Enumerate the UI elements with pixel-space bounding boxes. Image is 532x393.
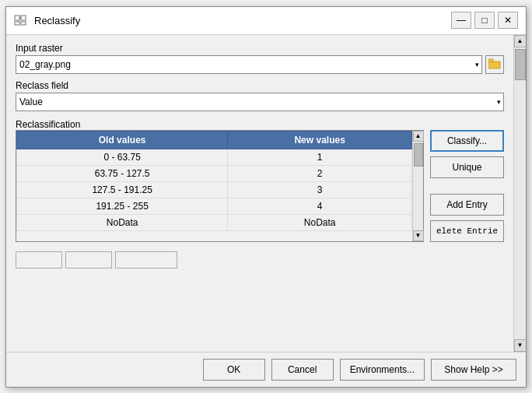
table-wrapper: Old values New values 0 - 63.75163.75 - …: [16, 130, 424, 242]
col-old-values: Old values: [17, 131, 228, 149]
old-value-cell[interactable]: NoData: [17, 214, 228, 230]
reclassify-icon: [14, 13, 28, 27]
browse-button[interactable]: [485, 55, 504, 74]
old-value-cell[interactable]: 127.5 - 191.25: [17, 181, 228, 198]
table-scroll-thumb[interactable]: [414, 143, 423, 167]
col-new-values: New values: [228, 131, 412, 149]
reclass-field-label: Reclass field: [16, 80, 504, 91]
svg-rect-2: [15, 22, 19, 25]
svg-rect-6: [488, 59, 493, 62]
input-raster-dropdown[interactable]: 02_gray.png: [16, 55, 482, 74]
table-area: Old values New values 0 - 63.75163.75 - …: [16, 130, 504, 242]
table-row[interactable]: 63.75 - 127.52: [17, 165, 412, 181]
old-value-cell[interactable]: 63.75 - 127.5: [17, 165, 228, 181]
input-raster-select-wrapper: 02_gray.png ▾: [16, 55, 482, 74]
add-entry-button[interactable]: Add Entry: [430, 194, 504, 216]
unique-button[interactable]: Unique: [430, 156, 504, 178]
new-value-cell[interactable]: 2: [228, 165, 412, 181]
minimize-button[interactable]: —: [451, 12, 471, 29]
reclassification-label: Reclassification: [16, 119, 504, 130]
main-panel: Input raster 02_gray.png ▾: [6, 35, 513, 352]
content-area: Input raster 02_gray.png ▾: [6, 35, 526, 352]
new-value-cell[interactable]: 4: [228, 198, 412, 214]
scroll-up-arrow[interactable]: ▲: [514, 35, 527, 47]
reclassification-section: Reclassification Old values New values: [16, 118, 504, 242]
reclassify-window: Reclassify — □ ✕ Input raster 02_gray.pn…: [5, 6, 527, 388]
table-row[interactable]: 127.5 - 191.253: [17, 181, 412, 198]
window-controls: — □ ✕: [451, 12, 518, 29]
bottom-buttons-row: OK Cancel Environments... Show Help >>: [6, 352, 526, 387]
svg-rect-0: [15, 16, 19, 20]
title-bar: Reclassify — □ ✕: [6, 7, 526, 35]
table-row[interactable]: 191.25 - 2554: [17, 198, 412, 214]
input-raster-section: Input raster 02_gray.png ▾: [16, 43, 504, 74]
new-value-cell[interactable]: 1: [228, 149, 412, 165]
old-value-cell[interactable]: 0 - 63.75: [17, 149, 228, 165]
maximize-button[interactable]: □: [474, 12, 495, 29]
reclass-field-select-wrapper: Value ▾: [16, 93, 504, 111]
table-scrollbar: ▲ ▼: [412, 131, 423, 241]
table-row[interactable]: NoDataNoData: [17, 214, 412, 230]
new-value-cell[interactable]: 3: [228, 181, 412, 198]
input-raster-label: Input raster: [16, 43, 504, 54]
input-raster-row: 02_gray.png ▾: [16, 55, 504, 74]
scroll-thumb[interactable]: [515, 49, 526, 80]
reclassification-table: Old values New values 0 - 63.75163.75 - …: [16, 131, 412, 231]
reclass-field-dropdown[interactable]: Value: [16, 93, 504, 111]
show-help-button[interactable]: Show Help >>: [431, 359, 516, 381]
table-scroll-down[interactable]: ▼: [413, 230, 424, 241]
table-scroll-up[interactable]: ▲: [413, 131, 424, 142]
reclass-field-section: Reclass field Value ▾: [16, 80, 504, 111]
environments-button[interactable]: Environments...: [340, 359, 425, 381]
folder-icon: [488, 58, 501, 71]
extra-btn-2[interactable]: [65, 251, 112, 268]
table-scroll: Old values New values 0 - 63.75163.75 - …: [16, 131, 412, 241]
delete-entries-label: elete Entrie: [436, 226, 498, 236]
scroll-down-arrow[interactable]: ▼: [514, 339, 527, 352]
delete-entries-button[interactable]: elete Entrie: [430, 220, 504, 242]
cancel-button[interactable]: Cancel: [271, 359, 334, 381]
svg-rect-1: [21, 16, 26, 20]
new-value-cell[interactable]: NoData: [228, 214, 412, 230]
ok-button[interactable]: OK: [203, 359, 265, 381]
extra-btn-1[interactable]: [16, 251, 62, 268]
classify-button[interactable]: Classify...: [430, 130, 504, 152]
svg-rect-3: [21, 22, 26, 25]
side-buttons: Classify... Unique Add Entry elete Entri…: [430, 130, 504, 242]
old-value-cell[interactable]: 191.25 - 255: [17, 198, 228, 214]
window-title: Reclassify: [34, 15, 80, 26]
close-button[interactable]: ✕: [498, 12, 518, 29]
extra-btn-3[interactable]: [115, 251, 177, 268]
window-scrollbar: ▲ ▼: [513, 35, 526, 352]
table-row[interactable]: 0 - 63.751: [17, 149, 412, 165]
